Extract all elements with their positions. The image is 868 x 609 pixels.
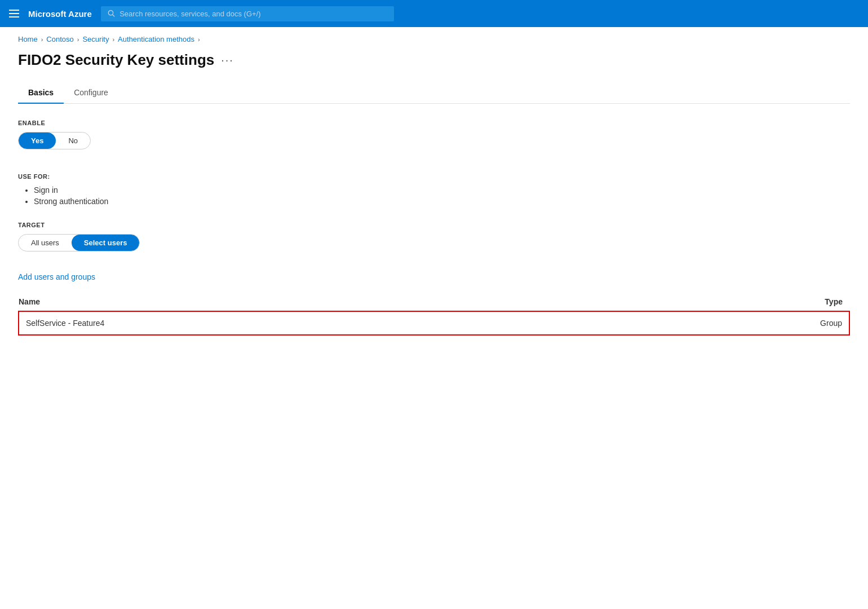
breadcrumb-contoso[interactable]: Contoso xyxy=(46,35,73,43)
search-input[interactable] xyxy=(119,10,387,18)
use-for-item-strong-auth: Strong authentication xyxy=(34,197,850,206)
enable-section: ENABLE Yes No xyxy=(18,120,850,161)
tab-configure[interactable]: Configure xyxy=(64,82,118,104)
svg-line-1 xyxy=(113,15,114,16)
search-icon xyxy=(108,10,115,17)
brand-name: Microsoft Azure xyxy=(28,9,92,19)
row-name: SelfService - Feature4 xyxy=(19,311,617,335)
search-bar[interactable] xyxy=(101,6,394,21)
breadcrumb-auth-methods[interactable]: Authentication methods xyxy=(118,35,194,43)
col-header-name: Name xyxy=(19,293,617,311)
breadcrumb-security[interactable]: Security xyxy=(82,35,109,43)
target-section: TARGET All users Select users xyxy=(18,222,850,263)
breadcrumb-sep-2: › xyxy=(77,36,79,43)
enable-no-button[interactable]: No xyxy=(56,133,90,149)
hamburger-menu[interactable] xyxy=(9,10,19,17)
col-header-type: Type xyxy=(617,293,849,311)
breadcrumb-sep-1: › xyxy=(41,36,43,43)
main-content: Basics Configure ENABLE Yes No USE FOR: … xyxy=(0,82,868,336)
top-nav-bar: Microsoft Azure xyxy=(0,0,868,27)
tab-basics[interactable]: Basics xyxy=(18,82,64,104)
row-type: Group xyxy=(617,311,849,335)
use-for-item-signin: Sign in xyxy=(34,186,850,195)
target-label: TARGET xyxy=(18,222,850,228)
table-row[interactable]: SelfService - Feature4 Group xyxy=(19,311,849,335)
target-select-users-button[interactable]: Select users xyxy=(72,235,140,251)
target-toggle-group: All users Select users xyxy=(18,234,140,251)
target-all-users-button[interactable]: All users xyxy=(19,235,72,251)
enable-yes-button[interactable]: Yes xyxy=(19,133,56,149)
more-options-button[interactable]: ··· xyxy=(221,54,234,67)
tab-bar: Basics Configure xyxy=(18,82,850,104)
table-header-row: Name Type xyxy=(19,293,849,311)
breadcrumb-home[interactable]: Home xyxy=(18,35,38,43)
users-table: Name Type SelfService - Feature4 Group xyxy=(18,293,850,336)
page-title: FIDO2 Security Key settings xyxy=(18,51,214,69)
use-for-label: USE FOR: xyxy=(18,173,850,180)
enable-toggle-group: Yes No xyxy=(18,132,91,149)
breadcrumb: Home › Contoso › Security › Authenticati… xyxy=(0,27,868,47)
use-for-list: Sign in Strong authentication xyxy=(18,186,850,206)
breadcrumb-sep-3: › xyxy=(112,36,114,43)
breadcrumb-sep-4: › xyxy=(198,36,200,43)
enable-label: ENABLE xyxy=(18,120,850,126)
use-for-section: USE FOR: Sign in Strong authentication xyxy=(18,173,850,206)
page-title-row: FIDO2 Security Key settings ··· xyxy=(0,47,868,82)
add-users-link[interactable]: Add users and groups xyxy=(18,272,95,281)
